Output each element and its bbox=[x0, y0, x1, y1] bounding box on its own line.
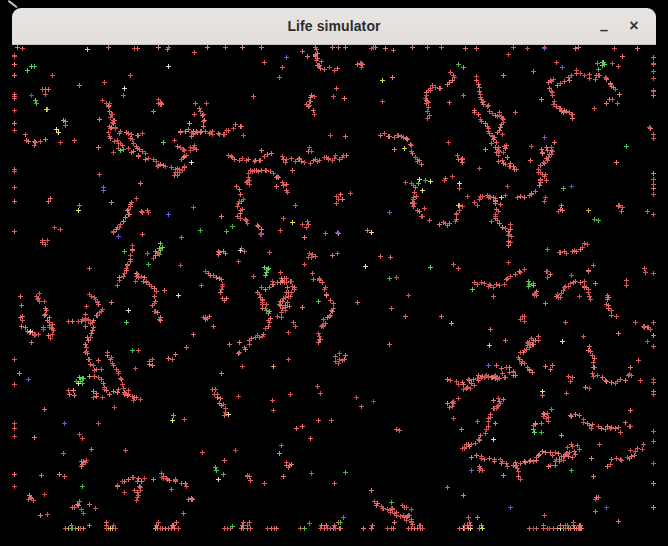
close-button[interactable]: × bbox=[622, 14, 646, 38]
minimize-button[interactable]: – bbox=[592, 14, 616, 38]
minimize-icon: – bbox=[600, 25, 608, 35]
window-controls: – × bbox=[592, 8, 646, 44]
cursor-artifact bbox=[8, 0, 18, 8]
desktop-background: Life simulator – × bbox=[0, 0, 668, 546]
simulation-canvas[interactable] bbox=[12, 45, 656, 532]
close-icon: × bbox=[629, 18, 638, 34]
app-window: Life simulator – × bbox=[12, 8, 656, 532]
titlebar[interactable]: Life simulator – × bbox=[12, 8, 656, 45]
window-title: Life simulator bbox=[287, 18, 380, 34]
